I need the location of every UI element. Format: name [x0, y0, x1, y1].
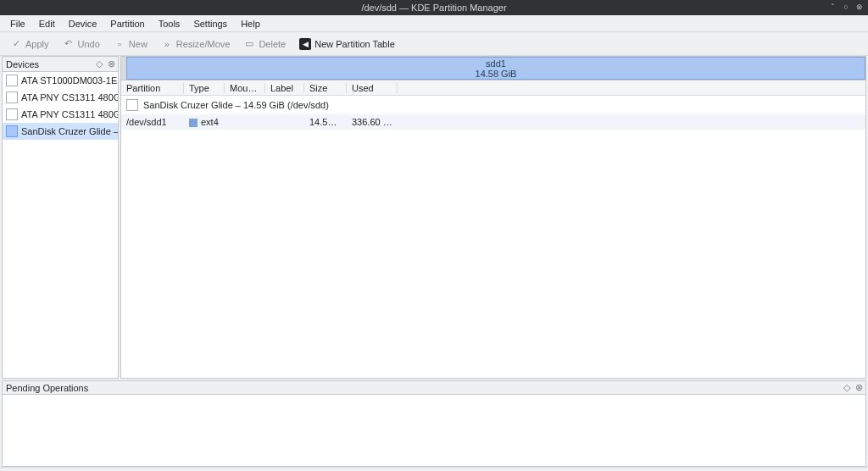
check-icon: ✓ — [10, 38, 22, 50]
panel-close-icon[interactable]: ⊗ — [854, 383, 864, 393]
hdd-icon — [6, 75, 18, 86]
col-used[interactable]: Used — [347, 83, 398, 93]
menu-file[interactable]: File — [5, 17, 31, 30]
device-title-text: SanDisk Cruzer Glide – 14.59 GiB (/dev/s… — [143, 100, 329, 110]
menu-device[interactable]: Device — [64, 17, 103, 30]
col-partition[interactable]: Partition — [121, 83, 184, 93]
partition-size: 14.58 GiB — [476, 69, 517, 79]
device-item[interactable]: ATA ST1000DM003-1ER1 – 931.51 GiB (… — [3, 72, 118, 89]
fs-type-icon — [189, 119, 198, 127]
pending-title: Pending Operations — [6, 383, 88, 393]
new-table-label: New Partition Table — [314, 39, 395, 49]
hdd-icon — [6, 91, 18, 103]
menu-edit[interactable]: Edit — [34, 17, 60, 30]
menu-settings[interactable]: Settings — [188, 17, 232, 30]
device-item[interactable]: ATA PNY CS1311 480GB – 447.13 GiB (/… — [3, 89, 118, 106]
devices-panel-header: Devices ◇ ⊗ — [3, 57, 118, 72]
partition-table-header: Partition Type Mount Point Label Size Us… — [121, 80, 865, 96]
device-label: ATA PNY CS1311 480GB – 447.13 GiB (/… — [21, 109, 118, 119]
cell-type: ext4 — [184, 117, 225, 127]
disk-partition-block[interactable]: sdd1 14.58 GiB — [126, 57, 865, 80]
delete-button: ▭ Delete — [238, 36, 291, 52]
cell-used: 336.60 MiB — [347, 117, 398, 127]
devices-panel: Devices ◇ ⊗ ATA ST1000DM003-1ER1 – 931.5… — [2, 56, 119, 379]
window-title: /dev/sdd — KDE Partition Manager — [361, 3, 506, 13]
apply-label: Apply — [25, 39, 49, 49]
devices-panel-title: Devices — [6, 59, 39, 69]
window-titlebar: /dev/sdd — KDE Partition Manager ˅ ○ ⊗ — [0, 0, 868, 15]
menu-partition[interactable]: Partition — [105, 17, 149, 30]
col-size[interactable]: Size — [304, 83, 347, 93]
partition-table-device-row[interactable]: SanDisk Cruzer Glide – 14.59 GiB (/dev/s… — [121, 96, 865, 114]
device-item[interactable]: ATA PNY CS1311 480GB – 447.13 GiB (/… — [3, 106, 118, 123]
usb-icon — [126, 99, 138, 111]
device-label: SanDisk Cruzer Glide – 14.59 GiB (/dev… — [21, 126, 118, 136]
panel-close-icon[interactable]: ⊗ — [106, 59, 116, 69]
partition-row[interactable]: /dev/sdd1 ext4 14.58 GiB 336.60 MiB — [121, 114, 865, 130]
new-partition-table-button[interactable]: ◀ New Partition Table — [294, 36, 400, 52]
pending-operations-panel: Pending Operations ◇ ⊗ — [2, 380, 866, 467]
panel-float-icon[interactable]: ◇ — [842, 383, 852, 393]
delete-icon: ▭ — [243, 38, 255, 50]
col-mount-point[interactable]: Mount Point — [225, 83, 265, 93]
col-label[interactable]: Label — [265, 83, 304, 93]
disk-visual[interactable]: sdd1 14.58 GiB — [121, 57, 865, 80]
cell-size: 14.58 GiB — [304, 117, 347, 127]
resize-icon: » — [161, 38, 173, 50]
new-icon: ▫ — [114, 38, 125, 50]
usb-icon — [6, 125, 18, 137]
menu-help[interactable]: Help — [236, 17, 265, 30]
new-label: New — [129, 39, 147, 49]
main-panel: sdd1 14.58 GiB Partition Type Mount Poin… — [120, 56, 866, 379]
cell-partition: /dev/sdd1 — [121, 117, 184, 127]
minimize-icon[interactable]: ˅ — [827, 2, 837, 12]
partition-name: sdd1 — [486, 58, 506, 69]
undo-label: Undo — [78, 39, 100, 49]
new-button: ▫ New — [108, 36, 153, 52]
pending-panel-header: Pending Operations ◇ ⊗ — [3, 381, 865, 395]
panel-float-icon[interactable]: ◇ — [94, 59, 104, 69]
device-item-selected[interactable]: SanDisk Cruzer Glide – 14.59 GiB (/dev… — [3, 123, 118, 140]
delete-label: Delete — [259, 39, 286, 49]
menubar: File Edit Device Partition Tools Setting… — [0, 15, 868, 32]
resize-label: Resize/Move — [176, 39, 231, 49]
undo-button: ↶ Undo — [58, 36, 105, 52]
table-icon: ◀ — [299, 38, 311, 50]
col-type[interactable]: Type — [184, 83, 225, 93]
apply-button: ✓ Apply — [5, 36, 54, 52]
toolbar: ✓ Apply ↶ Undo ▫ New » Resize/Move ▭ Del… — [0, 32, 868, 56]
undo-icon: ↶ — [63, 38, 75, 50]
statusbar: 0 pending operations — [0, 467, 868, 471]
device-label: ATA PNY CS1311 480GB – 447.13 GiB (/… — [21, 92, 118, 103]
close-icon[interactable]: ⊗ — [854, 2, 865, 12]
device-label: ATA ST1000DM003-1ER1 – 931.51 GiB (… — [21, 75, 118, 86]
hdd-icon — [6, 108, 18, 120]
menu-tools[interactable]: Tools — [153, 17, 186, 30]
resize-button: » Resize/Move — [156, 36, 236, 52]
maximize-icon[interactable]: ○ — [841, 2, 851, 12]
